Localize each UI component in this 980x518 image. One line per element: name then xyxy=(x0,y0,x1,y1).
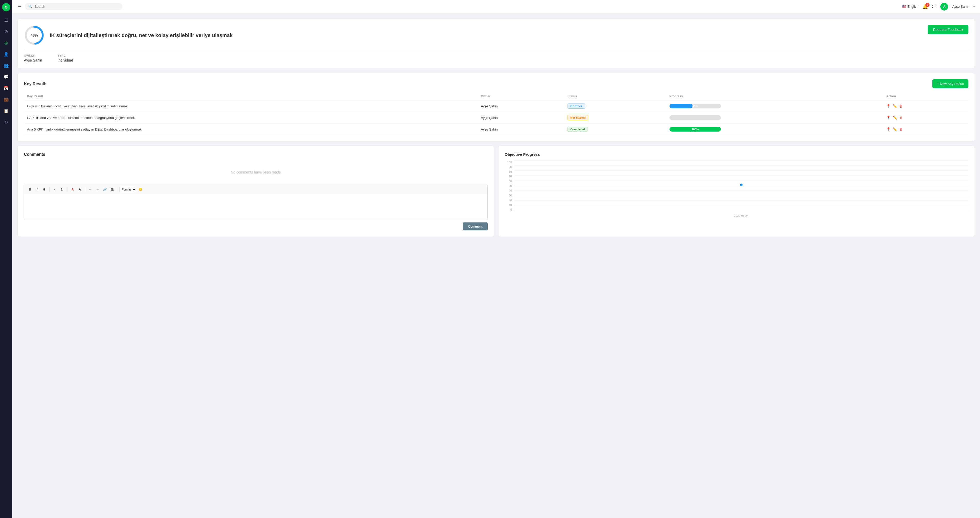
notification-bell[interactable]: 🔔 8 xyxy=(922,4,928,10)
sidebar-item-people[interactable]: 👤 xyxy=(2,49,11,59)
language-selector[interactable]: 🇺🇸 English xyxy=(902,5,918,8)
bold-button[interactable]: B xyxy=(27,186,33,192)
col-owner: Owner xyxy=(478,92,565,100)
comment-submit-button[interactable]: Comment xyxy=(463,222,488,230)
col-action: Action xyxy=(883,92,969,100)
progress-percent-label: 48% xyxy=(31,33,38,37)
kr-owner-cell: Ayşe Şahin xyxy=(478,100,565,112)
progress-circle: 48% xyxy=(24,25,45,46)
col-status: Status xyxy=(565,92,667,100)
delete-icon[interactable]: 🗑 xyxy=(899,127,903,131)
sidebar-item-teams[interactable]: 👥 xyxy=(2,61,11,70)
kr-header: Key Results + New Key Result xyxy=(24,79,969,88)
chart-gridline xyxy=(514,165,969,166)
sidebar-item-settings[interactable]: ⚙ xyxy=(2,118,11,127)
ordered-list-button[interactable]: 1. xyxy=(59,186,65,192)
progress-bar-label: 100% xyxy=(670,127,721,132)
chart-area: 0102030405060708090100 2022-03-24 xyxy=(505,160,969,217)
kr-status-cell: Not Started xyxy=(565,112,667,124)
avatar[interactable]: A xyxy=(940,3,948,11)
progress-bar-label: 45% xyxy=(670,104,721,108)
format-select[interactable]: Format xyxy=(119,187,136,192)
owner-label: OWNER xyxy=(24,54,42,57)
highlight-button[interactable]: A xyxy=(77,186,83,192)
sidebar-item-tasks[interactable]: 💼 xyxy=(2,95,11,104)
chart-canvas xyxy=(514,160,969,211)
col-key-result: Key Result xyxy=(24,92,478,100)
edit-icon[interactable]: ✏️ xyxy=(893,104,897,108)
sidebar-item-chat[interactable]: 💬 xyxy=(2,72,11,81)
editor-toolbar: B I S • 1. A A ← → 🔗 🖼 Format xyxy=(24,184,488,194)
sidebar-item-calendar[interactable]: 📅 xyxy=(2,83,11,93)
edit-icon[interactable]: ✏️ xyxy=(893,116,897,120)
delete-icon[interactable]: 🗑 xyxy=(899,104,903,108)
app-logo[interactable]: G xyxy=(2,3,10,11)
main-container: ☰ 🔍 🇺🇸 English 🔔 8 ⛶ A Ayşe Şahin ▾ xyxy=(12,0,980,518)
content-area: 48% IK süreçlerini dijitalleştirerek doğ… xyxy=(12,13,980,518)
chevron-down-icon[interactable]: ▾ xyxy=(973,5,975,8)
edit-icon[interactable]: ✏️ xyxy=(893,127,897,131)
link-button[interactable]: 🔗 xyxy=(102,186,108,192)
kr-action-cell: 📍 ✏️ 🗑 xyxy=(883,100,969,112)
chart-x-label: 2022-03-24 xyxy=(514,214,969,217)
key-results-card: Key Results + New Key Result Key Result … xyxy=(18,73,975,141)
image-button[interactable]: 🖼 xyxy=(109,186,115,192)
sidebar-item-home[interactable]: ☰ xyxy=(2,16,11,25)
header: ☰ 🔍 🇺🇸 English 🔔 8 ⛶ A Ayşe Şahin ▾ xyxy=(12,0,980,13)
kr-name-cell: SAP HR ana veri ve bordro sistemi arasın… xyxy=(24,112,478,124)
redo-button[interactable]: → xyxy=(94,186,101,192)
search-input[interactable] xyxy=(35,5,119,8)
sidebar-item-objectives[interactable]: ◎ xyxy=(2,38,11,48)
table-row: OKR için kullanıcı dostu ve ihtiyacı kar… xyxy=(24,100,969,112)
progress-bar-container: 100% xyxy=(670,127,721,132)
type-label: TYPE xyxy=(58,54,73,57)
chart-x-label-text: 2022-03-24 xyxy=(734,214,748,217)
emoji-button[interactable]: 😊 xyxy=(137,186,143,192)
kr-action-cell: 📍 ✏️ 🗑 xyxy=(883,112,969,124)
chart-gridline xyxy=(514,200,969,201)
chart-y-label: 70 xyxy=(505,175,512,178)
delete-icon[interactable]: 🗑 xyxy=(899,116,903,120)
undo-button[interactable]: ← xyxy=(87,186,94,192)
col-progress: Progress xyxy=(667,92,883,100)
new-key-result-button[interactable]: + New Key Result xyxy=(932,79,969,88)
kr-section-title: Key Results xyxy=(24,82,48,86)
objective-meta: OWNER Ayşe Şahin TYPE Individual xyxy=(24,50,969,62)
comments-empty-message: No comments have been made xyxy=(24,160,488,184)
kr-table: Key Result Owner Status Progress Action … xyxy=(24,92,969,135)
user-name-label: Ayşe Şahin xyxy=(952,5,969,8)
sidebar-item-reports[interactable]: 📋 xyxy=(2,106,11,115)
type-field: TYPE Individual xyxy=(58,54,73,62)
chart-gridline xyxy=(514,206,969,206)
location-icon[interactable]: 📍 xyxy=(886,116,891,120)
chart-y-labels: 0102030405060708090100 xyxy=(505,160,512,211)
status-badge: Not Started xyxy=(568,115,589,120)
comment-editor[interactable] xyxy=(24,194,488,220)
chart-y-label: 80 xyxy=(505,170,512,173)
sidebar-item-dashboard[interactable]: ⊙ xyxy=(2,27,11,36)
kr-name-cell: Ana 5 KPI'in anlık görüntülenmesini sağl… xyxy=(24,124,478,135)
chart-gridline xyxy=(514,170,969,171)
menu-toggle-icon[interactable]: ☰ xyxy=(18,4,22,10)
location-icon[interactable]: 📍 xyxy=(886,127,891,131)
status-badge: Completed xyxy=(568,127,588,132)
action-icons: 📍 ✏️ 🗑 xyxy=(886,104,965,108)
request-feedback-button[interactable]: Request Feedback xyxy=(928,25,969,34)
status-badge: On Track xyxy=(568,103,585,109)
location-icon[interactable]: 📍 xyxy=(886,104,891,108)
bullet-list-button[interactable]: • xyxy=(52,186,58,192)
search-bar[interactable]: 🔍 xyxy=(25,3,123,10)
fullscreen-icon[interactable]: ⛶ xyxy=(932,5,936,9)
chart-title: Objective Progress xyxy=(505,152,969,157)
italic-button[interactable]: I xyxy=(34,186,40,192)
kr-progress-cell: 45% xyxy=(667,100,883,112)
font-color-button[interactable]: A xyxy=(70,186,76,192)
chart-y-label: 30 xyxy=(505,194,512,197)
objective-card: 48% IK süreçlerini dijitalleştirerek doğ… xyxy=(18,19,975,69)
toolbar-separator-1 xyxy=(49,187,50,192)
objective-progress-card: Objective Progress 010203040506070809010… xyxy=(498,146,975,237)
kr-status-cell: Completed xyxy=(565,124,667,135)
strikethrough-button[interactable]: S xyxy=(41,186,48,192)
chart-y-label: 90 xyxy=(505,165,512,168)
progress-bar-container xyxy=(670,115,721,120)
